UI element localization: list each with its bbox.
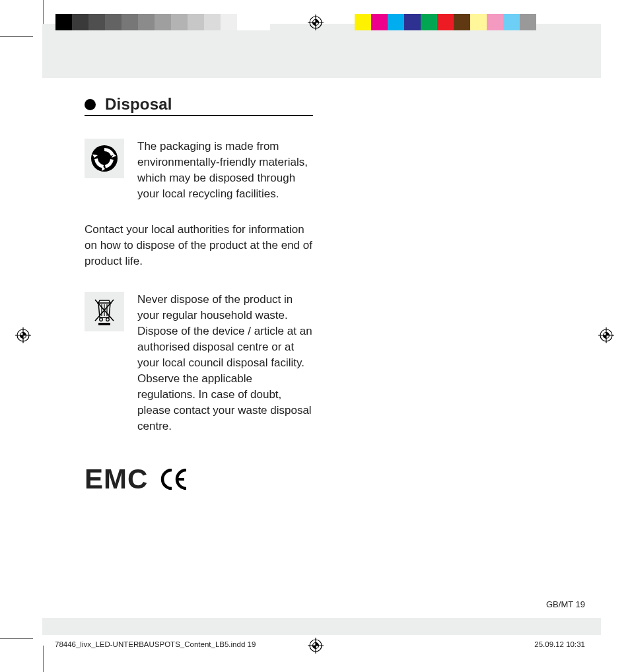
color-swatch [487, 14, 503, 30]
heading-bullet-icon [85, 99, 96, 110]
color-swatch [355, 14, 371, 30]
disposal-authorities-text: Contact your local authorities for infor… [85, 222, 313, 269]
color-swatch [371, 14, 388, 30]
section-heading-row: Disposal [85, 95, 313, 116]
svg-point-13 [106, 318, 110, 321]
color-swatch [155, 14, 171, 30]
footer-datetime: 25.09.12 10:31 [534, 640, 585, 648]
section-heading: Disposal [105, 95, 172, 114]
page-footer-band [42, 618, 601, 635]
color-swatch [188, 14, 204, 30]
color-swatch [421, 14, 437, 30]
ce-mark-icon [160, 469, 189, 490]
color-swatch [72, 14, 88, 30]
crop-mark [0, 638, 33, 639]
crop-mark [0, 36, 33, 37]
svg-rect-15 [178, 478, 184, 481]
footer-filename: 78446_livx_LED-UNTERBAUSPOTS_Content_LB5… [55, 640, 256, 648]
recycle-arrows-icon [85, 139, 124, 178]
color-swatch [254, 14, 270, 30]
compliance-marks: EMC [85, 463, 313, 495]
color-swatch [404, 14, 421, 30]
color-swatch [105, 14, 122, 30]
color-swatch [237, 14, 254, 30]
printer-colorbar-grayscale [55, 14, 270, 30]
footer-file-info: 78446_livx_LED-UNTERBAUSPOTS_Content_LB5… [55, 640, 256, 648]
content-column: Disposal The packaging is made from envi… [85, 95, 313, 495]
color-swatch [122, 14, 138, 30]
svg-rect-14 [98, 323, 110, 325]
color-swatch [470, 14, 487, 30]
svg-point-12 [100, 318, 103, 321]
registration-mark-icon [598, 327, 614, 343]
color-swatch [171, 14, 188, 30]
color-swatch [88, 14, 105, 30]
color-swatch [454, 14, 470, 30]
registration-mark-icon [308, 638, 324, 654]
printer-colorbar-color [355, 14, 536, 30]
color-swatch [503, 14, 520, 30]
recycling-block: The packaging is made from environmental… [85, 139, 313, 202]
page-number-label: GB/MT 19 [546, 599, 585, 609]
color-swatch [204, 14, 221, 30]
color-swatch [437, 14, 454, 30]
emc-label: EMC [85, 463, 148, 495]
crossed-bin-icon [85, 292, 124, 331]
color-swatch [221, 14, 237, 30]
crop-mark [43, 646, 44, 672]
weee-text: Never dispose of the product in your reg… [137, 292, 313, 434]
registration-mark-icon [15, 327, 31, 343]
weee-block: Never dispose of the product in your reg… [85, 292, 313, 434]
color-swatch [520, 14, 536, 30]
registration-mark-icon [308, 15, 324, 30]
recycling-text: The packaging is made from environmental… [137, 139, 313, 202]
color-swatch [388, 14, 404, 30]
page-header-band [42, 24, 601, 78]
color-swatch [138, 14, 155, 30]
color-swatch [55, 14, 72, 30]
